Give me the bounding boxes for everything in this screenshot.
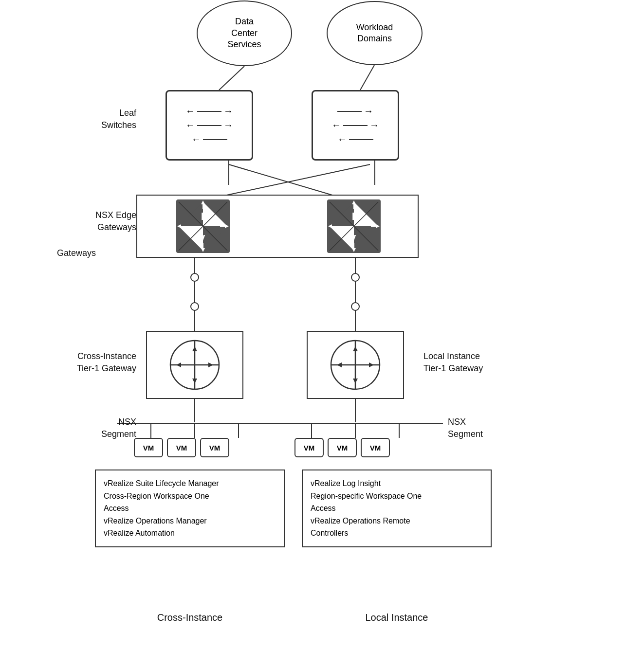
data-center-services-ellipse: Data Center Services xyxy=(197,0,292,66)
workload-domains-ellipse: Workload Domains xyxy=(327,1,423,65)
info-box-right: vRealize Log Insight Region-specific Wor… xyxy=(302,469,492,547)
local-instance-bottom-text: Local Instance xyxy=(366,612,428,623)
nsx-segment-left-label: NSX Segment xyxy=(29,416,136,440)
gateways-label: Gateways xyxy=(57,247,130,259)
leaf-switches-label: Leaf Switches xyxy=(29,107,136,131)
vm-label-6: VM xyxy=(370,444,381,452)
svg-point-9 xyxy=(191,303,199,310)
nsx-segment-right-text: NSX Segment xyxy=(448,417,483,439)
vm-label-1: VM xyxy=(143,444,154,452)
diagram-container: Data Center Services Workload Domains Le… xyxy=(0,0,644,650)
svg-line-1 xyxy=(360,65,374,90)
right-pv-icon: P V xyxy=(327,199,381,255)
local-instance-tier1-label: Local Instance Tier-1 Gateway xyxy=(423,350,560,375)
info-left-line-2: Cross-Region Workspace One xyxy=(104,490,276,503)
right-tier1-svg xyxy=(326,336,385,394)
arrow-row-1: → xyxy=(337,106,373,117)
cross-instance-tier1-label: Cross-Instance Tier-1 Gateway xyxy=(29,350,136,375)
svg-text:V: V xyxy=(349,233,356,245)
info-left-line-4: vRealize Operations Manager xyxy=(104,515,276,527)
svg-point-12 xyxy=(351,273,359,281)
arrow-row-2: ←→ xyxy=(185,120,233,131)
svg-line-0 xyxy=(219,66,244,90)
vm-left-1: VM xyxy=(134,438,163,457)
data-center-services-label: Data Center Services xyxy=(227,16,261,50)
info-right-line-2: Region-specific Workspace One xyxy=(311,490,483,503)
right-leaf-switch: → ←→ ← xyxy=(312,90,399,161)
info-right-line-1: vRealize Log Insight xyxy=(311,477,483,490)
vm-left-2: VM xyxy=(167,438,196,457)
vm-row-left: VM VM VM xyxy=(134,438,229,457)
svg-point-14 xyxy=(351,303,359,310)
vm-label-4: VM xyxy=(304,444,315,452)
cross-instance-tier1-text: Cross-Instance Tier-1 Gateway xyxy=(77,351,136,373)
left-tier1-svg xyxy=(166,336,224,394)
nsx-edge-label: NSX Edge Gateways xyxy=(29,209,136,234)
svg-text:V: V xyxy=(198,233,205,245)
local-instance-bottom-label: Local Instance xyxy=(302,611,492,624)
nsx-segment-left-text: NSX Segment xyxy=(101,417,136,439)
arrow-row-3: ← xyxy=(337,134,373,145)
vm-row-right: VM VM VM xyxy=(294,438,390,457)
local-instance-tier1-text: Local Instance Tier-1 Gateway xyxy=(423,351,483,373)
svg-text:P: P xyxy=(352,210,359,222)
workload-domains-label: Workload Domains xyxy=(356,22,393,45)
right-pv-svg: P V xyxy=(327,199,381,253)
info-left-line-1: vRealize Suite Lifecycle Manager xyxy=(104,477,276,490)
info-right-line-5: Controllers xyxy=(311,527,483,540)
nsx-edge-gateways-box: P V xyxy=(136,195,419,258)
left-leaf-switch: ←→ ←→ ← xyxy=(166,90,253,161)
cross-instance-bottom-text: Cross-Instance xyxy=(157,612,223,623)
nsx-edge-text: NSX Edge Gateways xyxy=(95,210,136,232)
left-pv-svg: P V xyxy=(176,199,230,253)
vm-label-5: VM xyxy=(337,444,348,452)
left-pv-icon: P V xyxy=(176,199,230,255)
nsx-segment-right-label: NSX Segment xyxy=(448,416,545,440)
vm-right-2: VM xyxy=(328,438,357,457)
vm-right-1: VM xyxy=(294,438,324,457)
vm-left-3: VM xyxy=(200,438,229,457)
info-right-line-3: Access xyxy=(311,502,483,515)
arrow-row-3: ← xyxy=(191,134,227,145)
info-right-line-4: vRealize Operations Remote xyxy=(311,515,483,527)
vm-label-2: VM xyxy=(176,444,187,452)
gateways-text: Gateways xyxy=(57,248,96,258)
vm-right-3: VM xyxy=(361,438,390,457)
svg-text:P: P xyxy=(201,210,208,222)
cross-instance-bottom-label: Cross-Instance xyxy=(95,611,285,624)
arrow-row-1: ←→ xyxy=(185,106,233,117)
right-tier1-box xyxy=(307,331,404,399)
svg-point-7 xyxy=(191,273,199,281)
leaf-switches-text: Leaf Switches xyxy=(101,108,136,130)
info-left-line-3: Access xyxy=(104,502,276,515)
arrow-row-2: ←→ xyxy=(331,120,379,131)
left-tier1-box xyxy=(146,331,243,399)
vm-label-3: VM xyxy=(209,444,221,452)
info-left-line-5: vRealize Automation xyxy=(104,527,276,540)
info-box-left: vRealize Suite Lifecycle Manager Cross-R… xyxy=(95,469,285,547)
